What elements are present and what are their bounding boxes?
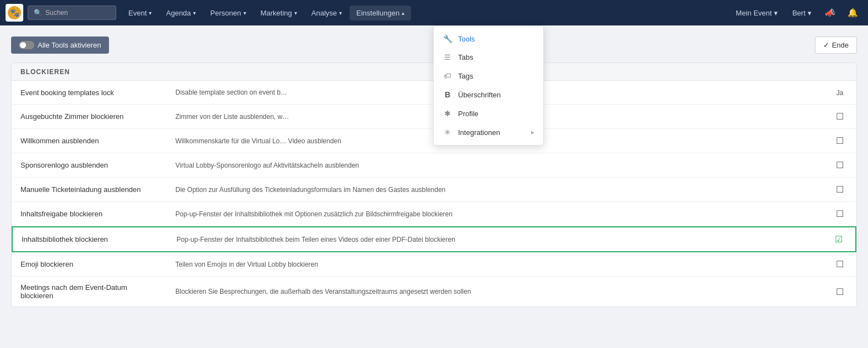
row-name: Ausgebuchte Zimmer blockieren [12, 106, 167, 127]
asterisk-icon: ✳ [443, 128, 453, 137]
row-check[interactable]: Ja [823, 81, 856, 104]
dropdown-label-tabs: Tabs [458, 53, 473, 61]
nav-label-einstellungen: Einstellungen [356, 9, 399, 17]
checkbox-empty-icon: ☐ [836, 259, 844, 269]
mein-event-button[interactable]: Mein Event ▾ [730, 6, 783, 20]
table-row: Sponsorenlogo ausblenden Virtual Lobby-S… [12, 153, 856, 178]
chevron-down-icon: ▾ [149, 10, 152, 16]
table-row-highlighted: Inhaltsbibliothek blockieren Pop-up-Fens… [12, 226, 856, 252]
dropdown-label-profile: Profile [458, 110, 479, 118]
row-name: Inhaltsfreigabe blockieren [12, 203, 167, 225]
chevron-down-icon: ▾ [774, 9, 778, 17]
table-row: Meetings nach dem Event-Datum blockieren… [12, 277, 856, 307]
table-row: Manuelle Ticketeinladung ausblenden Die … [12, 178, 856, 202]
row-check[interactable]: ☐ [823, 153, 856, 177]
row-desc: Teilen von Emojis in der Virtual Lobby b… [167, 254, 823, 275]
row-name: Sponsorenlogo ausblenden [12, 154, 167, 176]
nav-label-marketing: Marketing [261, 9, 292, 17]
tabs-icon: ☰ [443, 53, 453, 61]
tag-icon: 🏷 [443, 71, 453, 80]
bold-icon: B [443, 90, 453, 99]
einstellungen-dropdown: 🔧 Tools ☰ Tabs 🏷 Tags B Überschriften ✱ … [433, 25, 544, 146]
chevron-down-icon: ▾ [808, 9, 812, 17]
chevron-down-icon: ▾ [193, 10, 196, 16]
row-desc: Blockieren Sie Besprechungen, die außerh… [167, 281, 823, 302]
row-desc: Die Option zur Ausfüllung des Ticketeinl… [167, 179, 823, 200]
row-name: Inhaltsbibliothek blockieren [13, 228, 168, 250]
ende-label: Ende [832, 41, 849, 49]
row-check[interactable]: ☐ [823, 280, 856, 304]
dropdown-item-tags[interactable]: 🏷 Tags [434, 66, 543, 85]
search-icon: 🔍 [34, 9, 42, 17]
chevron-up-icon: ▴ [402, 10, 404, 16]
wrench-icon: 🔧 [443, 34, 453, 43]
nav-label-analyse: Analyse [311, 9, 337, 17]
checkbox-empty-icon: ☐ [836, 287, 844, 297]
dropdown-item-tabs[interactable]: ☰ Tabs [434, 48, 543, 66]
bert-label: Bert [792, 9, 805, 17]
megaphone-button[interactable]: 📣 [820, 5, 840, 20]
table-row: Inhaltsfreigabe blockieren Pop-up-Fenste… [12, 202, 856, 226]
table-row: Emoji blockieren Teilen von Emojis in de… [12, 252, 856, 277]
nav-item-einstellungen[interactable]: Einstellungen ▴ [350, 6, 411, 20]
nav-item-marketing[interactable]: Marketing ▾ [254, 6, 304, 20]
ja-text: Ja [836, 89, 844, 97]
nav-right: Mein Event ▾ Bert ▾ 📣 🔔 [730, 5, 862, 20]
dropdown-item-profile[interactable]: ✱ Profile [434, 104, 543, 123]
row-desc: Virtual Lobby-Sponsorenlogo auf Aktivitä… [167, 155, 823, 176]
dropdown-label-ueberschriften: Überschriften [458, 91, 501, 99]
nav-item-agenda[interactable]: Agenda ▾ [159, 6, 202, 20]
checkbox-empty-icon: ☐ [836, 209, 844, 219]
chevron-down-icon: ▾ [243, 10, 246, 16]
row-name: Event booking templates lock [12, 82, 167, 103]
dropdown-label-integrationen: Integrationen [458, 128, 500, 137]
bell-button[interactable]: 🔔 [843, 5, 862, 20]
row-name: Emoji blockieren [12, 253, 167, 275]
logo[interactable]: 🐾 [6, 4, 23, 22]
mein-event-label: Mein Event [736, 9, 772, 17]
chevron-down-icon: ▾ [339, 10, 342, 16]
user-icon: ✱ [443, 109, 453, 118]
row-desc: Pop-up-Fenster der Inhaltsbibliothek bei… [168, 229, 822, 250]
search-box[interactable]: 🔍 Suchen [28, 6, 116, 20]
row-check[interactable]: ☐ [823, 252, 856, 276]
nav-label-event: Event [128, 9, 147, 17]
nav-item-personen[interactable]: Personen ▾ [204, 6, 253, 20]
checkbox-empty-icon: ☐ [836, 112, 844, 121]
search-placeholder: Suchen [45, 9, 68, 17]
row-name: Manuelle Ticketeinladung ausblenden [12, 179, 167, 200]
nav-label-personen: Personen [210, 9, 241, 17]
nav-items: Event ▾ Agenda ▾ Personen ▾ Marketing ▾ … [122, 6, 730, 20]
dropdown-label-tools: Tools [458, 35, 475, 43]
chevron-down-icon: ▾ [294, 10, 297, 16]
dropdown-item-tools[interactable]: 🔧 Tools [434, 29, 543, 48]
toggle-knob [20, 42, 26, 48]
chevron-right-icon: ▸ [531, 128, 534, 136]
row-desc: Pop-up-Fenster der Inhaltsbibliothek mit… [167, 204, 823, 225]
checkmark-icon: ✓ [823, 41, 829, 49]
dropdown-item-integrationen[interactable]: ✳ Integrationen ▸ [434, 123, 543, 142]
alle-tools-label: Alle Tools aktivieren [38, 41, 101, 49]
row-check[interactable]: ☐ [823, 129, 856, 153]
row-name: Meetings nach dem Event-Datum blockieren [12, 277, 167, 307]
nav-item-event[interactable]: Event ▾ [122, 6, 158, 20]
row-check[interactable]: ☐ [823, 178, 856, 201]
checkbox-checked-icon: ☑ [835, 235, 843, 244]
alle-tools-button[interactable]: Alle Tools aktivieren [11, 37, 109, 54]
logo-image: 🐾 [8, 6, 21, 19]
ende-button[interactable]: ✓ Ende [815, 37, 857, 54]
row-check[interactable]: ☑ [822, 227, 855, 251]
toggle-switch [19, 41, 34, 49]
nav-label-agenda: Agenda [166, 9, 191, 17]
dropdown-item-ueberschriften[interactable]: B Überschriften [434, 85, 543, 104]
row-check[interactable]: ☐ [823, 105, 856, 128]
bert-button[interactable]: Bert ▾ [787, 6, 817, 20]
checkbox-empty-icon: ☐ [836, 185, 844, 194]
row-name: Willkommen ausblenden [12, 130, 167, 152]
top-navigation: 🐾 🔍 Suchen Event ▾ Agenda ▾ Personen ▾ M… [0, 0, 868, 25]
dropdown-label-tags: Tags [458, 72, 473, 80]
checkbox-empty-icon: ☐ [836, 136, 844, 146]
row-check[interactable]: ☐ [823, 202, 856, 226]
checkbox-empty-icon: ☐ [836, 160, 844, 170]
nav-item-analyse[interactable]: Analyse ▾ [305, 6, 349, 20]
